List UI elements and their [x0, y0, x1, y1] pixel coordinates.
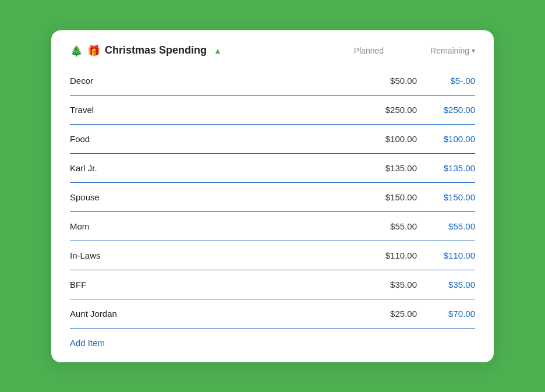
- row-planned: $50.00: [359, 76, 417, 86]
- table-row: Spouse $150.00 $150.00: [70, 183, 475, 212]
- main-card: 🎄 🎁 Christmas Spending ▲ Planned Remaini…: [51, 30, 494, 362]
- row-remaining: $55.00: [417, 221, 475, 231]
- row-remaining: $110.00: [417, 250, 475, 260]
- row-name: Mom: [70, 221, 359, 231]
- row-name: Spouse: [70, 192, 359, 202]
- tree-emoji: 🎄: [70, 44, 83, 57]
- spending-table: Decor $50.00 $5-.00 Travel $250.00 $250.…: [70, 66, 475, 329]
- header-left: 🎄 🎁 Christmas Spending ▲: [70, 44, 222, 57]
- table-row: Aunt Jordan $25.00 $70.00: [70, 299, 475, 329]
- row-planned: $135.00: [359, 163, 417, 173]
- row-planned: $35.00: [359, 280, 417, 289]
- row-planned: $150.00: [359, 192, 417, 202]
- row-remaining: $70.00: [417, 309, 475, 319]
- row-remaining: $100.00: [417, 134, 475, 144]
- gift-emoji: 🎁: [87, 44, 100, 57]
- table-row: BFF $35.00 $35.00: [70, 270, 475, 299]
- row-remaining: $150.00: [417, 192, 475, 202]
- header-right: Planned Remaining ▾: [354, 46, 475, 55]
- row-planned: $25.00: [359, 309, 417, 319]
- card-title: Christmas Spending: [105, 44, 207, 56]
- row-name: Food: [70, 134, 359, 144]
- remaining-column-label[interactable]: Remaining ▾: [430, 46, 475, 55]
- row-remaining: $35.00: [417, 280, 475, 289]
- table-row: Karl Jr. $135.00 $135.00: [70, 154, 475, 183]
- row-name: BFF: [70, 280, 359, 289]
- row-planned: $55.00: [359, 221, 417, 231]
- row-name: Decor: [70, 76, 359, 86]
- row-remaining: $135.00: [417, 163, 475, 173]
- row-remaining: $5-.00: [417, 76, 475, 86]
- card-header: 🎄 🎁 Christmas Spending ▲ Planned Remaini…: [70, 44, 475, 57]
- table-row: Food $100.00 $100.00: [70, 125, 475, 154]
- row-planned: $110.00: [359, 250, 417, 260]
- add-item-button[interactable]: Add Item: [70, 338, 105, 348]
- table-row: Decor $50.00 $5-.00: [70, 66, 475, 96]
- row-remaining: $250.00: [417, 105, 475, 115]
- row-planned: $250.00: [359, 105, 417, 115]
- row-name: In-Laws: [70, 250, 359, 260]
- row-name: Travel: [70, 105, 359, 115]
- row-name: Aunt Jordan: [70, 309, 359, 319]
- sort-icon: ▾: [472, 47, 475, 55]
- table-row: In-Laws $110.00 $110.00: [70, 241, 475, 270]
- row-planned: $100.00: [359, 134, 417, 144]
- planned-column-label: Planned: [354, 46, 384, 55]
- table-row: Mom $55.00 $55.00: [70, 212, 475, 241]
- table-row: Travel $250.00 $250.00: [70, 96, 475, 125]
- row-name: Karl Jr.: [70, 163, 359, 173]
- collapse-icon[interactable]: ▲: [214, 46, 222, 55]
